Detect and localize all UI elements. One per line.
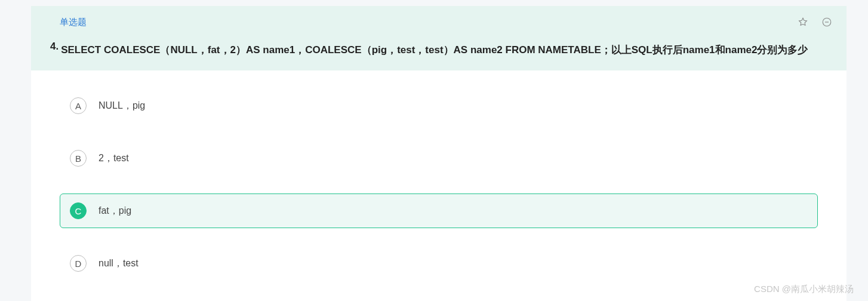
watermark: CSDN @南瓜小米胡辣汤 bbox=[754, 284, 854, 295]
question-text-row: 4. SELECT COALESCE（NULL，fat，2）AS name1，C… bbox=[60, 41, 832, 60]
option-text: fat，pig bbox=[99, 205, 131, 217]
option-b[interactable]: B 2，test bbox=[60, 141, 818, 176]
question-type-label: 单选题 bbox=[60, 17, 87, 28]
option-letter: B bbox=[70, 150, 87, 167]
question-text: SELECT COALESCE（NULL，fat，2）AS name1，COAL… bbox=[61, 41, 808, 60]
option-text: null，test bbox=[99, 257, 138, 270]
header-icons bbox=[798, 17, 832, 30]
collapse-icon[interactable] bbox=[821, 17, 832, 30]
option-letter: C bbox=[70, 202, 87, 219]
option-c[interactable]: C fat，pig bbox=[60, 194, 818, 228]
option-text: NULL，pig bbox=[99, 100, 145, 112]
question-number: 4. bbox=[50, 41, 59, 53]
option-a[interactable]: A NULL，pig bbox=[60, 88, 818, 123]
question-header: 单选题 4. SELECT COALESCE（NULL，fat，2）AS nam… bbox=[31, 6, 847, 70]
star-icon[interactable] bbox=[798, 17, 808, 30]
question-container: 单选题 4. SELECT COALESCE（NULL，fat，2）AS nam… bbox=[31, 6, 847, 301]
header-top: 单选题 bbox=[60, 17, 832, 30]
option-letter: A bbox=[70, 97, 87, 114]
option-d[interactable]: D null，test bbox=[60, 246, 818, 281]
option-letter: D bbox=[70, 255, 87, 272]
options-area: A NULL，pig B 2，test C fat，pig D null，tes… bbox=[31, 70, 847, 301]
option-text: 2，test bbox=[99, 152, 129, 165]
